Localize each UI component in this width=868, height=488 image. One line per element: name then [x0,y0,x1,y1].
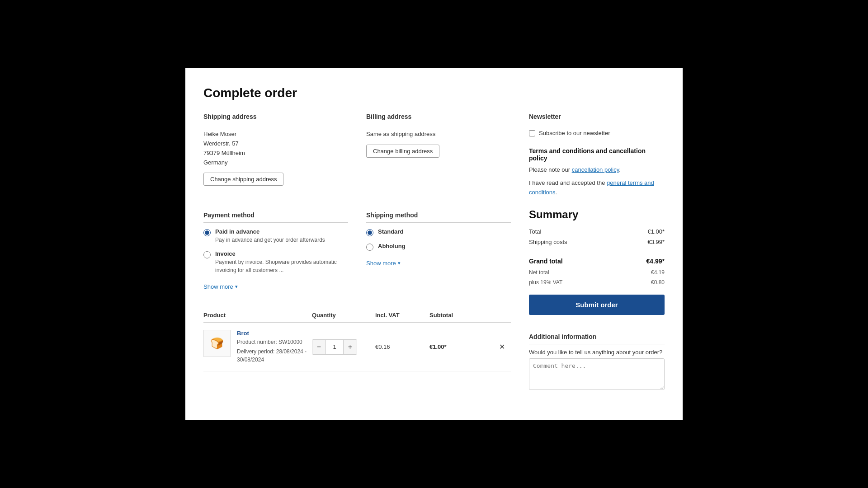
summary-total-row: Total €1.00* [529,226,665,237]
summary-grand-total-label: Grand total [529,258,563,265]
change-billing-address-button[interactable]: Change billing address [366,145,439,158]
payment-method-section: Payment method Paid in advance Pay in ad… [203,211,348,290]
payment-method-title: Payment method [203,211,348,223]
shipping-address-section: Shipping address Heike Moser Werderstr. … [203,113,348,186]
additional-info-label: Would you like to tell us anything about… [529,349,665,356]
product-image: 🍞 [203,330,231,357]
shipping-city: 79379 Müllheim [203,149,348,158]
quantity-increase-button[interactable]: + [344,340,357,354]
summary-net-total-row: Net total €4.19 [529,267,665,277]
summary-grand-total-row: Grand total €4.99* [529,255,665,267]
cancellation-policy-link[interactable]: cancellation policy [572,166,619,173]
col-actions [493,312,511,319]
additional-info-section: Additional information Would you like to… [529,333,665,391]
terms-note-suffix: . [619,166,621,173]
product-section: Product Quantity incl. VAT Subtotal 🍞 Br… [203,312,511,371]
methods-row: Payment method Paid in advance Pay in ad… [203,211,511,301]
summary-title: Summary [529,208,665,221]
terms-cancellation-text: Please note our cancellation policy. [529,165,665,175]
col-subtotal: Subtotal [429,312,493,319]
quantity-decrease-button[interactable]: − [312,340,326,354]
col-product: Product [203,312,312,319]
product-incl-vat: €0.16 [375,343,429,350]
terms-accept-suffix: . [556,189,557,196]
newsletter-section: Newsletter Subscribe to our newsletter [529,113,665,136]
col-incl-vat: incl. VAT [375,312,429,319]
payment-label-paid-advance: Paid in advance [215,228,325,235]
summary-total-value: €1.00* [647,228,665,235]
payment-radio-invoice[interactable] [203,251,211,258]
summary-vat-value: €0.80 [651,279,665,286]
additional-info-title: Additional information [529,333,665,344]
billing-address-value: Same as shipping address [366,130,511,139]
shipping-name: Heike Moser [203,130,348,139]
summary-vat-row: plus 19% VAT €0.80 [529,277,665,287]
shipping-address-block: Heike Moser Werderstr. 57 79379 Müllheim… [203,130,348,167]
product-delivery-label: Delivery period: [237,348,274,355]
payment-option-invoice: Invoice Payment by invoice. Shopware pro… [203,250,348,274]
product-details: Brot Product number: SW10000 Delivery pe… [237,330,312,364]
shipping-show-more-button[interactable]: Show more [366,260,401,267]
payment-option-paid-advance-details: Paid in advance Pay in advance and get y… [215,228,325,244]
newsletter-checkbox-label: Subscribe to our newsletter [539,130,610,136]
billing-address-title: Billing address [366,113,511,124]
quantity-input[interactable] [326,340,344,354]
left-column: Shipping address Heike Moser Werderstr. … [203,113,511,402]
shipping-address-title: Shipping address [203,113,348,124]
payment-show-more-button[interactable]: Show more [203,283,238,290]
summary-net-total-value: €4.19 [651,269,665,276]
product-table-header: Product Quantity incl. VAT Subtotal [203,312,511,323]
page-title: Complete order [203,86,665,100]
shipping-label-standard: Standard [378,228,403,235]
payment-radio-paid-advance[interactable] [203,229,211,236]
shipping-method-section: Shipping method Standard Abholung Show m… [366,211,511,290]
newsletter-subscribe-label[interactable]: Subscribe to our newsletter [529,130,665,136]
submit-order-button[interactable]: Submit order [529,295,665,315]
shipping-street: Werderstr. 57 [203,139,348,149]
change-shipping-address-button[interactable]: Change shipping address [203,173,283,186]
shipping-radio-standard[interactable] [366,229,373,236]
payment-label-invoice: Invoice [215,250,348,257]
billing-address-section: Billing address Same as shipping address… [366,113,511,186]
newsletter-title: Newsletter [529,113,665,124]
summary-shipping-row: Shipping costs €3.99* [529,237,665,247]
shipping-country: Germany [203,158,348,168]
product-subtotal: €1.00* [429,343,493,350]
table-row: 🍞 Brot Product number: SW10000 Delivery … [203,323,511,371]
divider-1 [203,204,511,204]
addresses-row: Shipping address Heike Moser Werderstr. … [203,113,511,197]
shipping-radio-abholung[interactable] [366,244,373,251]
product-name[interactable]: Brot [237,330,312,337]
product-number-label: Product number: [237,339,277,345]
terms-note-prefix: Please note our [529,166,572,173]
summary-section: Summary Total €1.00* Shipping costs €3.9… [529,208,665,322]
product-info: 🍞 Brot Product number: SW10000 Delivery … [203,330,312,364]
product-icon: 🍞 [210,337,224,350]
comment-textarea[interactable] [529,358,665,390]
summary-vat-label: plus 19% VAT [529,279,562,286]
terms-title: Terms and conditions and cancellation po… [529,147,665,162]
shipping-option-standard: Standard [366,228,511,236]
right-column: Newsletter Subscribe to our newsletter T… [529,113,665,402]
summary-grand-total-value: €4.99* [646,258,665,265]
billing-address-block: Same as shipping address [366,130,511,139]
product-number-value: SW10000 [278,339,302,345]
shipping-method-title: Shipping method [366,211,511,223]
quantity-stepper: − + [312,339,357,355]
col-quantity: Quantity [312,312,375,319]
payment-option-paid-advance: Paid in advance Pay in advance and get y… [203,228,348,244]
product-number: Product number: SW10000 [237,338,312,346]
terms-accept-text: I have read and accepted the general ter… [529,178,665,197]
terms-accept-prefix: I have read and accepted the [529,179,607,186]
summary-net-total-label: Net total [529,269,549,276]
product-remove-button[interactable]: ✕ [493,343,511,351]
shipping-label-abholung: Abholung [378,243,406,249]
payment-desc-paid-advance: Pay in advance and get your order afterw… [215,236,325,244]
newsletter-checkbox[interactable] [529,130,535,136]
product-delivery: Delivery period: 28/08/2024 - 30/08/2024 [237,347,312,364]
shipping-option-abholung: Abholung [366,243,511,251]
terms-section: Terms and conditions and cancellation po… [529,147,665,197]
page-container: Complete order Shipping address Heike Mo… [185,68,683,420]
payment-desc-invoice: Payment by invoice. Shopware provides au… [215,258,348,274]
summary-shipping-label: Shipping costs [529,239,567,245]
